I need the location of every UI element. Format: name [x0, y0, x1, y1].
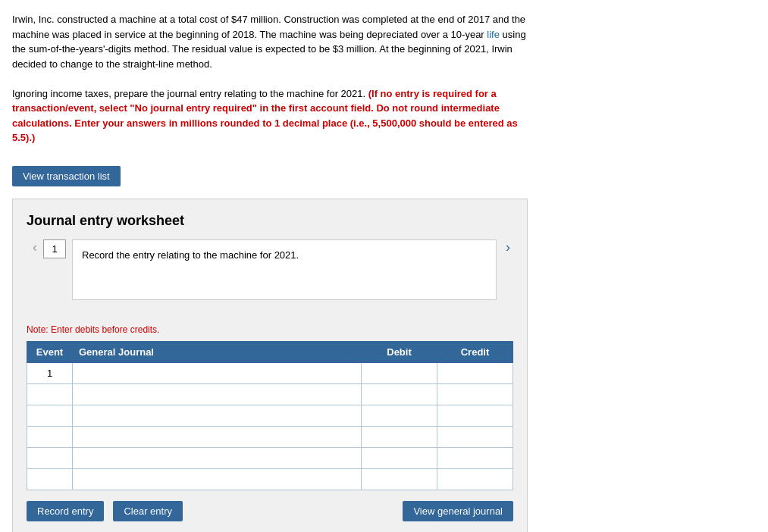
credit-cell[interactable] [437, 468, 513, 490]
credit-cell[interactable] [437, 362, 513, 383]
col-header-event: Event [27, 341, 73, 362]
journal-entry-worksheet: Journal entry worksheet ‹ 1 Record the e… [12, 199, 528, 533]
journal-cell[interactable] [73, 383, 362, 405]
journal-input[interactable] [73, 405, 361, 426]
problem-sentence2: Ignoring income taxes, prepare the journ… [12, 88, 368, 99]
table-row [27, 383, 513, 405]
debit-input[interactable] [362, 427, 437, 447]
credit-cell[interactable] [437, 447, 513, 468]
journal-cell[interactable] [73, 362, 362, 383]
debit-input[interactable] [362, 405, 437, 426]
debit-cell[interactable] [362, 468, 437, 490]
credit-input[interactable] [437, 384, 513, 405]
debit-input[interactable] [362, 469, 437, 490]
debit-cell[interactable] [362, 447, 437, 468]
debit-input[interactable] [362, 384, 437, 405]
note-text: Note: Enter debits before credits. [27, 324, 513, 335]
view-transaction-button[interactable]: View transaction list [12, 166, 121, 186]
problem-text: Irwin, Inc. constructed a machine at a t… [12, 12, 528, 146]
credit-input[interactable] [437, 427, 513, 447]
worksheet-title: Journal entry worksheet [27, 213, 513, 229]
journal-input[interactable] [73, 427, 361, 447]
credit-input[interactable] [437, 405, 513, 426]
credit-cell[interactable] [437, 405, 513, 426]
life-highlight: life [487, 29, 500, 40]
debit-input[interactable] [362, 448, 437, 468]
journal-table: Event General Journal Debit Credit 1 [27, 341, 513, 490]
col-header-journal: General Journal [73, 341, 362, 362]
journal-input[interactable] [73, 469, 361, 490]
credit-input[interactable] [437, 448, 513, 468]
prev-arrow[interactable]: ‹ [27, 239, 43, 255]
credit-cell[interactable] [437, 426, 513, 447]
debit-cell[interactable] [362, 383, 437, 405]
journal-cell[interactable] [73, 405, 362, 426]
journal-cell[interactable] [73, 426, 362, 447]
journal-input[interactable] [73, 384, 361, 405]
problem-sentence1: Irwin, Inc. constructed a machine at a t… [12, 14, 525, 40]
debit-cell[interactable] [362, 362, 437, 383]
event-cell [27, 426, 73, 447]
event-cell [27, 405, 73, 426]
table-row [27, 468, 513, 490]
clear-entry-button[interactable]: Clear entry [113, 501, 183, 521]
journal-cell[interactable] [73, 447, 362, 468]
table-row: 1 [27, 362, 513, 383]
event-cell [27, 468, 73, 490]
event-cell [27, 383, 73, 405]
event-cell [27, 447, 73, 468]
action-buttons: Record entry Clear entry View general jo… [27, 501, 513, 521]
journal-cell[interactable] [73, 468, 362, 490]
credit-cell[interactable] [437, 383, 513, 405]
entry-description: Record the entry relating to the machine… [72, 239, 497, 300]
credit-input[interactable] [437, 363, 513, 383]
journal-input[interactable] [73, 448, 361, 468]
record-entry-button[interactable]: Record entry [27, 501, 104, 521]
next-arrow[interactable]: › [503, 239, 513, 255]
page-number: 1 [43, 239, 66, 258]
view-general-journal-button[interactable]: View general journal [403, 501, 513, 521]
debit-input[interactable] [362, 363, 437, 383]
journal-input[interactable] [73, 363, 361, 383]
table-row [27, 426, 513, 447]
table-row [27, 447, 513, 468]
debit-cell[interactable] [362, 405, 437, 426]
credit-input[interactable] [437, 469, 513, 490]
table-row [27, 405, 513, 426]
col-header-debit: Debit [362, 341, 437, 362]
col-header-credit: Credit [437, 341, 513, 362]
event-cell: 1 [27, 362, 73, 383]
debit-cell[interactable] [362, 426, 437, 447]
